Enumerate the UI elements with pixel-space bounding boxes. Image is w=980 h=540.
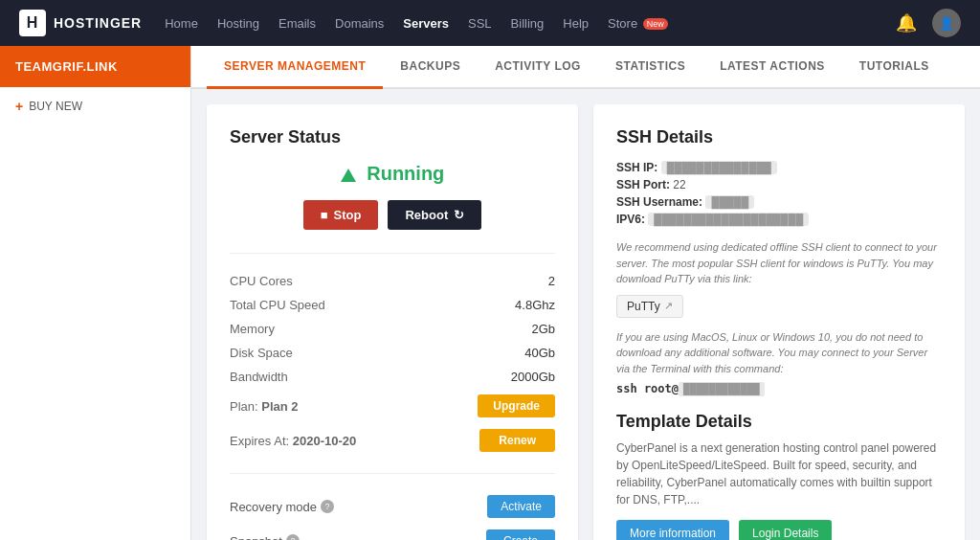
status-text: Running	[341, 163, 445, 184]
layout: TEAMGRIF.LINK + BUY NEW SERVER MANAGEMEN…	[0, 46, 980, 540]
ssh-macos-note: If you are using MacOS, Linux or Windows…	[616, 329, 942, 377]
nav-hosting[interactable]: Hosting	[217, 12, 259, 34]
running-triangle-icon	[341, 169, 356, 182]
store-badge: New	[643, 18, 668, 30]
top-navigation: H HOSTINGER Home Hosting Emails Domains …	[0, 0, 980, 46]
recovery-mode-row: Recovery mode ? Activate	[230, 489, 555, 524]
server-status-card: Server Status Running ■ Stop Reboot ↻	[207, 104, 578, 540]
spec-cpu-cores: CPU Cores 2	[230, 269, 555, 293]
stop-icon: ■	[321, 208, 328, 222]
buy-new-button[interactable]: + BUY NEW	[0, 87, 190, 125]
expires-row: Expires At: 2020-10-20 Renew	[230, 423, 555, 458]
external-link-icon: ↗	[664, 300, 673, 312]
expires-label: Expires At: 2020-10-20	[230, 434, 356, 448]
tab-latest-actions[interactable]: LATEST ACTIONS	[702, 46, 842, 89]
nav-help[interactable]: Help	[563, 12, 589, 34]
ssh-putty-note: We recommend using dedicated offline SSH…	[616, 239, 942, 287]
activate-button[interactable]: Activate	[487, 495, 555, 518]
ssh-command: ssh root@████████████	[616, 382, 942, 396]
nav-billing[interactable]: Billing	[511, 12, 545, 34]
nav-servers[interactable]: Servers	[403, 12, 449, 34]
server-specs: CPU Cores 2 Total CPU Speed 4.8Ghz Memor…	[230, 253, 555, 458]
server-status-title: Server Status	[230, 127, 555, 147]
spec-cpu-speed: Total CPU Speed 4.8Ghz	[230, 293, 555, 317]
snapshot-help-icon[interactable]: ?	[286, 534, 300, 540]
tabs-bar: SERVER MANAGEMENT BACKUPS ACTIVITY LOG S…	[191, 46, 980, 89]
content-area: Server Status Running ■ Stop Reboot ↻	[191, 89, 980, 540]
extra-section: Recovery mode ? Activate Snapshot ? Crea…	[230, 473, 555, 540]
nav-domains[interactable]: Domains	[335, 12, 384, 34]
ssh-ip-row: SSH IP: ██████████████	[616, 159, 942, 176]
tab-tutorials[interactable]: TUTORIALS	[842, 46, 947, 89]
right-panel-card: SSH Details SSH IP: ██████████████ SSH P…	[593, 104, 965, 540]
template-details-section: Template Details CyberPanel is a next ge…	[616, 412, 942, 540]
upgrade-button[interactable]: Upgrade	[478, 394, 555, 417]
recovery-help-icon[interactable]: ?	[321, 500, 334, 513]
ssh-ip-value: ██████████████	[661, 161, 777, 174]
recovery-mode-label: Recovery mode ?	[230, 500, 334, 514]
ssh-details-section: SSH Details SSH IP: ██████████████ SSH P…	[616, 127, 942, 396]
sidebar: TEAMGRIF.LINK + BUY NEW	[0, 46, 191, 540]
ssh-ipv6-row: IPV6: ████████████████████	[616, 211, 942, 228]
snapshot-row: Snapshot ? Create	[230, 524, 555, 540]
notifications-icon[interactable]: 🔔	[896, 12, 917, 34]
user-avatar[interactable]: 👤	[932, 9, 961, 37]
nav-right: 🔔 👤	[896, 9, 961, 37]
more-info-button[interactable]: More information	[616, 520, 729, 540]
spec-bandwidth: Bandwidth 2000Gb	[230, 365, 555, 389]
stop-button[interactable]: ■ Stop	[303, 200, 379, 230]
tab-statistics[interactable]: STATISTICS	[598, 46, 702, 89]
nav-emails[interactable]: Emails	[278, 12, 316, 34]
logo: H HOSTINGER	[19, 10, 142, 36]
plus-icon: +	[15, 99, 23, 114]
logo-icon: H	[19, 10, 46, 36]
main-content: SERVER MANAGEMENT BACKUPS ACTIVITY LOG S…	[191, 46, 980, 540]
ssh-port-row: SSH Port: 22	[616, 176, 942, 193]
spec-memory: Memory 2Gb	[230, 317, 555, 341]
login-details-button[interactable]: Login Details	[739, 520, 832, 540]
template-buttons: More information Login Details	[616, 520, 942, 540]
sidebar-brand[interactable]: TEAMGRIF.LINK	[0, 46, 190, 87]
brand-name: HOSTINGER	[54, 15, 142, 31]
nav-links: Home Hosting Emails Domains Servers SSL …	[165, 12, 873, 34]
template-description: CyberPanel is a next generation hosting …	[616, 439, 942, 508]
ssh-username-row: SSH Username: █████	[616, 193, 942, 211]
nav-home[interactable]: Home	[165, 12, 198, 34]
reboot-icon: ↻	[454, 208, 464, 222]
ssh-cmd-value: ████████████	[679, 382, 764, 396]
server-action-buttons: ■ Stop Reboot ↻	[230, 200, 555, 230]
plan-row: Plan: Plan 2 Upgrade	[230, 389, 555, 423]
spec-disk: Disk Space 40Gb	[230, 341, 555, 365]
snapshot-label: Snapshot ?	[230, 534, 300, 541]
ssh-ipv6-value: ████████████████████	[648, 213, 809, 226]
ssh-username-value: █████	[705, 195, 754, 209]
tab-server-management[interactable]: SERVER MANAGEMENT	[207, 46, 383, 89]
renew-button[interactable]: Renew	[479, 429, 555, 452]
tab-backups[interactable]: BACKUPS	[383, 46, 478, 89]
reboot-button[interactable]: Reboot ↻	[388, 200, 481, 230]
putty-button[interactable]: PuTTy ↗	[616, 295, 683, 318]
tab-activity-log[interactable]: ACTIVITY LOG	[478, 46, 598, 89]
nav-ssl[interactable]: SSL	[468, 12, 492, 34]
template-title: Template Details	[616, 412, 942, 432]
nav-store[interactable]: Store New	[608, 12, 668, 34]
create-snapshot-button[interactable]: Create	[486, 529, 555, 540]
server-running-status: Running	[230, 163, 555, 185]
ssh-title: SSH Details	[616, 127, 942, 147]
plan-label: Plan: Plan 2	[230, 399, 299, 414]
